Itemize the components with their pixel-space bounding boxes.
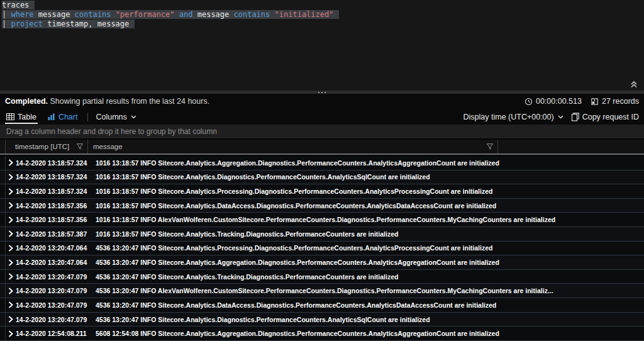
row-gutter: [0, 227, 6, 241]
cell-message: 1016 13:18:57 INFO Sitecore.Analytics.Di…: [96, 173, 644, 181]
record-count-value: 27 records: [602, 97, 639, 106]
clock-icon: [525, 98, 533, 106]
expand-row-icon[interactable]: [8, 330, 14, 337]
query-editor-lines: traces| where message contains "performa…: [2, 1, 644, 29]
results-toolbar: Table Chart Columns Display time (UTC+00…: [0, 109, 644, 125]
tab-chart[interactable]: Chart: [47, 109, 79, 125]
row-gutter: [0, 327, 6, 340]
query-token: message: [38, 10, 75, 19]
expand-row-icon[interactable]: [8, 202, 14, 209]
query-editor[interactable]: traces| where message contains "performa…: [0, 0, 644, 91]
expand-row-icon[interactable]: [8, 301, 14, 308]
log-analytics-window: traces| where message contains "performa…: [0, 0, 644, 341]
table-grid-icon: [6, 113, 14, 120]
expand-row-icon[interactable]: [8, 174, 14, 181]
tab-chart-label: Chart: [58, 113, 78, 121]
row-gutter: [0, 313, 6, 327]
row-gutter: [0, 242, 6, 255]
copy-request-id-label: Copy request ID: [582, 113, 639, 121]
expand-row-icon[interactable]: [8, 316, 14, 323]
cell-message: 4536 13:20:47 INFO Sitecore.Analytics.Pr…: [96, 244, 644, 252]
cell-timestamp: 14-2-2020 13:18:57.356: [16, 216, 91, 223]
column-header-timestamp[interactable]: timestamp [UTC]: [6, 140, 88, 154]
columns-dropdown-label: Columns: [96, 113, 126, 121]
table-row[interactable]: 14-2-2020 13:18:57.356 1016 13:18:57 INF…: [0, 213, 644, 227]
filter-funnel-icon[interactable]: [486, 143, 494, 150]
records-icon: [591, 98, 599, 106]
display-time-dropdown[interactable]: Display time (UTC+00:00): [464, 113, 564, 121]
table-row[interactable]: 14-2-2020 13:20:47.079 4536 13:20:47 INF…: [0, 313, 644, 327]
cell-message: 5608 12:54:08 INFO Sitecore.Analytics.Ag…: [96, 330, 644, 337]
chevron-down-icon: [558, 115, 564, 119]
cell-timestamp: 14-2-2020 13:20:47.079: [16, 301, 91, 309]
cell-timestamp: 14-2-2020 13:18:57.356: [16, 202, 91, 210]
column-message-label: message: [93, 143, 123, 150]
expand-row-icon[interactable]: [8, 188, 14, 195]
table-row[interactable]: 14-2-2020 13:20:47.064 4536 13:20:47 INF…: [0, 242, 644, 256]
columns-dropdown[interactable]: Columns: [96, 113, 136, 121]
column-timestamp-label: timestamp [UTC]: [15, 143, 69, 150]
cell-timestamp: 14-2-2020 13:20:47.064: [16, 244, 91, 252]
query-token: project: [11, 20, 47, 28]
query-line-selection: traces: [2, 1, 35, 9]
table-row[interactable]: 14-2-2020 13:18:57.324 1016 13:18:57 INF…: [0, 156, 644, 170]
query-line: | project timestamp, message: [2, 20, 644, 29]
row-gutter: [0, 184, 6, 198]
query-token: traces: [2, 1, 29, 9]
expand-row-icon[interactable]: [8, 245, 14, 252]
table-row[interactable]: 14-2-2020 13:18:57.324 1016 13:18:57 INF…: [0, 184, 644, 199]
cell-timestamp: 14-2-2020 13:20:47.064: [16, 259, 91, 266]
query-token: and: [179, 10, 197, 19]
table-row[interactable]: 14-2-2020 13:20:47.079 4536 13:20:47 INF…: [0, 284, 644, 298]
table-row[interactable]: 14-2-2020 13:18:57.324 1016 13:18:57 INF…: [0, 170, 644, 185]
duration-value: 00:00:00.513: [536, 97, 582, 106]
table-row[interactable]: 14-2-2020 13:18:57.356 1016 13:18:57 INF…: [0, 199, 644, 213]
cell-message: 4536 13:20:47 INFO Sitecore.Analytics.Di…: [96, 316, 644, 323]
header-gutter: [0, 140, 6, 154]
column-header-message[interactable]: message: [88, 140, 498, 154]
row-gutter: [0, 213, 6, 226]
query-line-selection: | project timestamp, message: [2, 20, 135, 28]
query-token: "performance": [116, 10, 175, 19]
chevron-down-icon: [131, 115, 136, 119]
query-token: where: [11, 10, 38, 19]
copy-request-id-button[interactable]: Copy request ID: [571, 113, 639, 121]
cell-timestamp: 14-2-2020 13:20:47.079: [16, 273, 91, 281]
copy-icon: [571, 113, 579, 121]
cell-timestamp: 14-2-2020 13:18:57.324: [16, 187, 91, 195]
expand-row-icon[interactable]: [8, 159, 14, 166]
cell-message: 1016 13:18:57 INFO Sitecore.Analytics.Ag…: [96, 159, 644, 167]
query-line: | where message contains "performance" a…: [2, 10, 644, 20]
expand-row-icon[interactable]: [8, 230, 14, 237]
cell-timestamp: 14-2-2020 13:18:57.324: [16, 173, 91, 181]
query-status-bar: Completed. Showing partial results from …: [0, 94, 644, 109]
filter-funnel-icon[interactable]: [76, 143, 84, 150]
cell-message: 1016 13:18:57 INFO Sitecore.Analytics.Pr…: [96, 187, 644, 195]
expand-row-icon[interactable]: [8, 273, 14, 280]
record-count: 27 records: [591, 97, 639, 106]
status-message: Showing partial results from the last 24…: [48, 97, 209, 106]
table-row[interactable]: 14-2-2020 13:20:47.079 4536 13:20:47 INF…: [0, 298, 644, 313]
table-row[interactable]: 14-2-2020 12:54:08.211 5608 12:54:08 INF…: [0, 327, 644, 341]
results-view-tabs: Table Chart Columns: [5, 109, 143, 125]
row-gutter: [0, 199, 6, 213]
table-row[interactable]: 14-2-2020 13:20:47.064 4536 13:20:47 INF…: [0, 255, 644, 270]
query-token: |: [2, 20, 11, 28]
group-by-drop-zone[interactable]: Drag a column header and drop it here to…: [0, 125, 644, 138]
expand-row-icon[interactable]: [8, 288, 14, 294]
expand-row-icon[interactable]: [8, 259, 14, 266]
collapse-editor-button[interactable]: [630, 80, 640, 89]
cell-message: 1016 13:18:57 INFO Sitecore.Analytics.Da…: [96, 202, 644, 210]
query-status-text: Completed. Showing partial results from …: [5, 97, 209, 106]
cell-timestamp: 14-2-2020 13:20:47.079: [16, 316, 91, 323]
table-row[interactable]: 14-2-2020 13:18:57.387 1016 13:18:57 INF…: [0, 227, 644, 242]
results-toolbar-right: Display time (UTC+00:00) Copy request ID: [464, 109, 639, 125]
cell-message: 1016 13:18:57 INFO Sitecore.Analytics.Tr…: [96, 230, 644, 238]
splitter-dot: [321, 92, 323, 93]
row-gutter: [0, 284, 6, 298]
query-line: traces: [2, 1, 644, 10]
table-row[interactable]: 14-2-2020 13:20:47.079 4536 13:20:47 INF…: [0, 270, 644, 284]
expand-row-icon[interactable]: [8, 216, 14, 223]
tab-table[interactable]: Table: [5, 109, 38, 125]
query-token: timestamp, message: [47, 20, 129, 28]
